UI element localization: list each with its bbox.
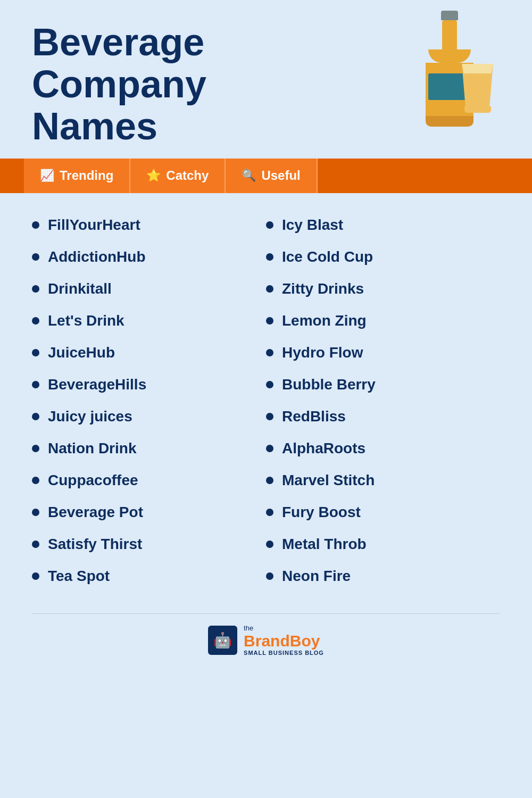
footer: 🤖 the BrandBoy SMALL BUSINESS BLOG (0, 614, 532, 672)
bullet-point (266, 253, 273, 261)
list-item: Juicy juices (32, 401, 266, 433)
list-item: Let's Drink (32, 305, 266, 337)
bullet-point (32, 509, 39, 516)
item-label: BeverageHills (48, 376, 146, 393)
bullet-point (32, 572, 39, 580)
logo-brand-orange: Boy (290, 632, 320, 650)
bullet-point (266, 221, 273, 229)
item-label: Cuppacoffee (48, 472, 138, 489)
bullet-point (32, 317, 39, 325)
logo-the-label: the (244, 625, 324, 632)
item-label: FillYourHeart (48, 217, 140, 234)
item-label: Marvel Stitch (282, 472, 375, 489)
bullet-point (266, 413, 273, 420)
useful-label: Useful (261, 168, 300, 183)
list-item: Nation Drink (32, 433, 266, 464)
bullet-point (266, 317, 273, 325)
banner-useful: 🔍 Useful (226, 159, 317, 193)
logo-brand-black: Brand (244, 632, 290, 650)
item-label: RedBliss (282, 408, 346, 425)
item-label: Lemon Zing (282, 312, 367, 329)
list-item: JuiceHub (32, 337, 266, 369)
list-item: Tea Spot (32, 560, 266, 592)
item-label: Nation Drink (48, 440, 136, 457)
item-label: Neon Fire (282, 568, 351, 585)
trending-label: Trending (60, 168, 113, 183)
bullet-point (266, 285, 273, 293)
item-label: Juicy juices (48, 408, 132, 425)
bullet-point (32, 285, 39, 293)
bullet-point (32, 541, 39, 548)
list-item: Metal Throb (266, 528, 500, 560)
item-label: JuiceHub (48, 344, 115, 361)
catchy-icon: ⭐ (146, 169, 161, 182)
list-item: Icy Blast (266, 209, 500, 241)
bottle-illustration (383, 11, 500, 133)
item-label: AlphaRoots (282, 440, 365, 457)
bullet-point (32, 253, 39, 261)
item-label: Beverage Pot (48, 504, 143, 521)
item-label: Hydro Flow (282, 344, 363, 361)
bullet-point (266, 541, 273, 548)
header: Beverage Company Names (0, 0, 532, 159)
item-label: Drinkitall (48, 280, 112, 297)
item-label: Icy Blast (282, 217, 343, 234)
trending-icon: 📈 (40, 169, 54, 182)
logo-text: the BrandBoy SMALL BUSINESS BLOG (244, 625, 324, 656)
item-label: Ice Cold Cup (282, 248, 373, 265)
list-item: Satisfy Thirst (32, 528, 266, 560)
bullet-point (32, 349, 39, 356)
bullet-point (32, 413, 39, 420)
left-column: FillYourHeart AddictionHub Drinkitall Le… (32, 209, 266, 592)
bullet-point (32, 477, 39, 484)
category-banner: 📈 Trending ⭐ Catchy 🔍 Useful (0, 159, 532, 193)
list-item: Lemon Zing (266, 305, 500, 337)
item-label: Fury Boost (282, 504, 361, 521)
list-item: Ice Cold Cup (266, 241, 500, 273)
logo-sub-label: SMALL BUSINESS BLOG (244, 650, 324, 656)
logo-brand-name: BrandBoy (244, 632, 324, 650)
list-item: Marvel Stitch (266, 464, 500, 496)
right-column: Icy Blast Ice Cold Cup Zitty Drinks Lemo… (266, 209, 500, 592)
bullet-point (32, 221, 39, 229)
useful-icon: 🔍 (242, 169, 256, 182)
bullet-point (32, 381, 39, 388)
page-title: Beverage Company Names (32, 21, 340, 148)
banner-right-accent (318, 159, 532, 193)
item-label: Tea Spot (48, 568, 110, 585)
list-item: Neon Fire (266, 560, 500, 592)
bullet-point (266, 381, 273, 388)
item-label: Metal Throb (282, 536, 367, 553)
list-item: Zitty Drinks (266, 273, 500, 305)
list-item: Fury Boost (266, 496, 500, 528)
list-item: Beverage Pot (32, 496, 266, 528)
list-item: BeverageHills (32, 369, 266, 401)
bullet-point (266, 509, 273, 516)
list-item: Drinkitall (32, 273, 266, 305)
item-label: Let's Drink (48, 312, 124, 329)
item-label: Satisfy Thirst (48, 536, 142, 553)
main-content: FillYourHeart AddictionHub Drinkitall Le… (0, 193, 532, 613)
catchy-label: Catchy (166, 168, 209, 183)
list-item: RedBliss (266, 401, 500, 433)
logo-icon: 🤖 (208, 626, 237, 655)
item-label: Zitty Drinks (282, 280, 364, 297)
bullet-point (266, 477, 273, 484)
list-item: Cuppacoffee (32, 464, 266, 496)
bullet-point (32, 445, 39, 452)
list-item: AddictionHub (32, 241, 266, 273)
banner-trending: 📈 Trending (24, 159, 130, 193)
glass-graphic (460, 64, 495, 117)
list-item: FillYourHeart (32, 209, 266, 241)
item-label: Bubble Berry (282, 376, 376, 393)
bullet-point (266, 572, 273, 580)
banner-catchy: ⭐ Catchy (130, 159, 226, 193)
bullet-point (266, 445, 273, 452)
list-item: AlphaRoots (266, 433, 500, 464)
bullet-point (266, 349, 273, 356)
banner-left-accent (0, 159, 24, 193)
list-item: Bubble Berry (266, 369, 500, 401)
list-item: Hydro Flow (266, 337, 500, 369)
item-label: AddictionHub (48, 248, 146, 265)
